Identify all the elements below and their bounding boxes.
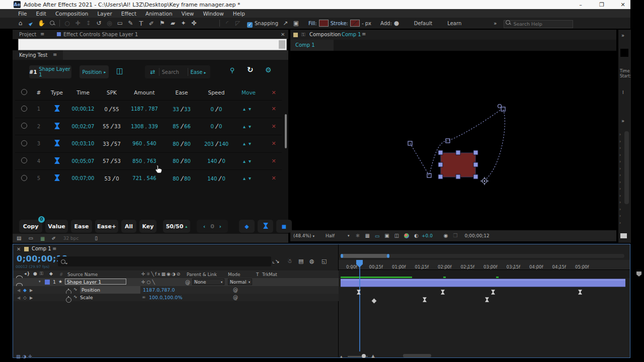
keying-panel-menu-icon[interactable]: ≡ [53, 52, 57, 57]
close-button[interactable]: ✕ [616, 0, 630, 9]
minimize-button[interactable]: – [574, 0, 588, 9]
offset-stepper[interactable]: ‹ 0 › [197, 220, 228, 233]
snapshot-camera-icon[interactable]: ◉ [444, 233, 448, 238]
row-select-circle[interactable] [15, 175, 33, 182]
move-down-icon[interactable]: ▾ [249, 175, 254, 181]
amount-values[interactable]: 960,540 [127, 141, 162, 146]
position-property-row[interactable]: ◀ ◆ ▶ ∿ Position 1187.0,787.0 @ [13, 286, 339, 294]
collapsed-panel-arrow[interactable]: › [619, 206, 621, 213]
collapsed-panel-arrow[interactable]: › [619, 138, 621, 145]
keyframe-row[interactable]: 400;05;0757/53850,76380/80140/0▴▾✕ [15, 152, 282, 170]
spk-values[interactable]: 53/0 [97, 175, 127, 182]
row-select-circle[interactable] [15, 123, 33, 130]
speed-values[interactable]: 140/0 [201, 175, 231, 182]
snap-angle-icon[interactable]: ↗ [280, 18, 291, 29]
dock-expand-chevrons[interactable]: » [621, 33, 624, 38]
mask-tool-icon[interactable]: ◸ [232, 18, 243, 29]
fill-swatch[interactable] [319, 20, 329, 27]
add-target-icon[interactable]: ● [394, 18, 399, 29]
expand-arrow-icon[interactable]: ▾ [39, 280, 41, 284]
move-up-icon[interactable]: ▴ [243, 106, 249, 112]
position-value[interactable]: 1187.0,787.0 [143, 287, 175, 293]
guides-icon[interactable]: ◫ [394, 233, 399, 238]
tab-effect-controls[interactable]: Effect Controls Shape Layer 1 [63, 32, 138, 37]
position-keyframe[interactable] [357, 287, 361, 297]
exposure-value[interactable]: +0.0 [422, 233, 433, 238]
nav-thumb-right-cap[interactable] [387, 254, 389, 258]
move-controls[interactable]: ▴▾ [231, 124, 266, 129]
delete-row-icon[interactable]: ✕ [266, 106, 282, 112]
collapsed-panel-arrow[interactable]: › [619, 220, 621, 227]
move-controls[interactable]: ▴▾ [231, 175, 266, 181]
dock-scrollbar[interactable] [624, 131, 629, 204]
copy-button[interactable]: Copy 0 [19, 220, 42, 233]
time-ruler[interactable]: 0:00f00:15f01:00f01:15f02:00f02:15f03:00… [339, 260, 630, 270]
ease-values[interactable]: 80/80 [162, 140, 201, 147]
menu-effect[interactable]: Effect [117, 11, 141, 17]
timeline-close-icon[interactable]: ✕ [17, 246, 21, 252]
pan-camera-tool-icon[interactable]: ✚ [72, 18, 83, 29]
scale-name[interactable]: Scale [80, 295, 93, 300]
dolly-tool-icon[interactable]: ↕ [83, 18, 94, 29]
move-up-icon[interactable]: ▴ [243, 175, 249, 181]
move-up-icon[interactable]: ▴ [243, 158, 249, 164]
fast-preview-icon[interactable]: ⚛ [355, 233, 360, 238]
keyframe-type-hourglass-icon[interactable] [44, 157, 69, 165]
comp-name-label[interactable]: Comp 1 [342, 32, 361, 37]
amount-values[interactable]: 1187,787 [127, 106, 162, 112]
layer-name-field[interactable]: Shape Layer 1 [65, 279, 126, 285]
value-button[interactable]: Value [45, 220, 68, 233]
t-header[interactable]: T [256, 272, 259, 277]
menu-composition[interactable]: Composition [51, 11, 93, 17]
composition-viewport[interactable] [292, 51, 609, 230]
spk-values[interactable]: 55/33 [97, 123, 127, 130]
spk-values[interactable]: 33/57 [97, 140, 127, 147]
delete-row-icon[interactable]: ✕ [266, 158, 282, 164]
tab-keying-test[interactable]: Keying Test [19, 52, 47, 58]
new-folder-icon[interactable]: ▭ [28, 236, 33, 241]
menu-animation[interactable]: Animation [141, 11, 177, 17]
keying-search-input[interactable] [159, 69, 188, 75]
delete-row-icon[interactable]: ✕ [266, 175, 282, 182]
scale-value[interactable]: 100.0,100.0% [149, 295, 182, 300]
puppet-pin-tool-icon[interactable]: ✤ [189, 18, 199, 29]
panel-scrollbar[interactable] [285, 114, 287, 148]
cube-icon[interactable]: ◫ [116, 66, 123, 75]
keyframe-time[interactable]: 00;03;10 [69, 141, 97, 146]
tab-project[interactable]: Project [19, 32, 36, 37]
snap-frame-icon[interactable]: ▣ [291, 18, 301, 29]
ease-mode-dropdown[interactable]: Ease ▸ [188, 69, 209, 75]
swap-arrows-icon[interactable]: ⇄ [146, 68, 158, 75]
amount-values[interactable]: 721,546 [127, 175, 162, 181]
scale-keyframe[interactable] [485, 295, 489, 304]
channel-wheel-icon[interactable] [404, 233, 409, 238]
motion-blur-icon[interactable]: ◍ [309, 258, 314, 264]
spk-values[interactable]: 0/55 [97, 106, 127, 113]
keyframe-type-hourglass-icon[interactable] [44, 123, 69, 130]
align-tool-icon[interactable]: ◜ [222, 18, 232, 29]
square-key-button[interactable]: ■ [276, 220, 292, 233]
lock-icon[interactable]: ⚿ [301, 32, 305, 38]
keyframe-row[interactable]: 300;03;1033/57960,54080/80203/140▴▾✕ [15, 135, 282, 152]
layer-label-chip[interactable] [45, 280, 50, 285]
dock-expand-chevrons-2[interactable]: » [621, 118, 624, 124]
shy-layers-icon[interactable]: ☃ [287, 258, 292, 264]
dock-footer-icon[interactable] [620, 233, 627, 238]
layer-row[interactable]: ▾ 1 ★ Shape Layer 1 ✛○╲ @ None▾ Normal▾ [13, 278, 339, 286]
keyframe-nav-diamond-off[interactable]: ◇ [23, 295, 27, 300]
keyframe-nav-diamond-on[interactable]: ◆ [23, 288, 27, 293]
speed-values[interactable]: 140/0 [201, 157, 231, 164]
help-search-input[interactable] [504, 20, 573, 28]
pen-tool-icon[interactable]: ✎ [125, 18, 136, 29]
keyframe-row[interactable]: 500;07;0053/0721,54680/80140/0▴▾✕ [15, 169, 282, 187]
map-pin-icon[interactable]: ⚲ [230, 66, 235, 74]
keyframe-type-hourglass-icon[interactable] [44, 105, 69, 113]
expand-transfer-toggles[interactable]: ▧◑✛ [16, 354, 34, 359]
playhead-line[interactable] [359, 260, 360, 351]
trash-icon[interactable]: ▯ [95, 236, 98, 241]
restore-button[interactable]: ❐ [595, 0, 609, 9]
zoom-in-mountain-icon[interactable]: ▲ [371, 353, 375, 358]
ease-values[interactable]: 80/80 [162, 157, 201, 164]
timeline-panel-menu-icon[interactable]: ≡ [52, 246, 56, 251]
parent-pickwhip-icon[interactable]: @ [185, 280, 190, 285]
